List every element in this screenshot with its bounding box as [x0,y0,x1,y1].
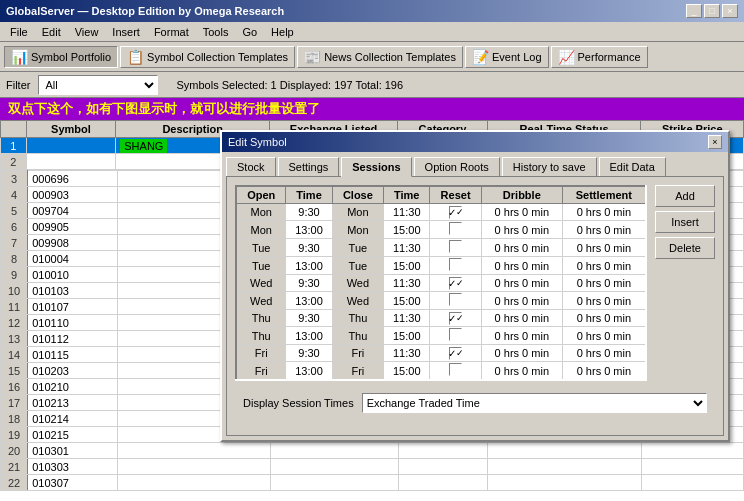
session-reset-check[interactable]: ✓ [430,204,482,221]
session-open-day: Fri [236,362,286,381]
toolbar-performance[interactable]: 📈 Performance [551,46,648,68]
cell-symbol: 010010 [28,267,117,283]
display-session-label: Display Session Times [243,397,354,409]
filter-select[interactable]: All [38,75,158,95]
close-button[interactable]: × [722,4,738,18]
add-button[interactable]: Add [655,185,715,207]
session-close-time[interactable]: 11:30 [384,239,430,257]
session-reset-check[interactable]: ✓ [430,345,482,362]
session-reset-check[interactable] [430,221,482,239]
reset-checkbox[interactable]: ✓ [449,206,462,219]
tab-settings[interactable]: Settings [278,157,340,177]
col-reset: Reset [430,186,482,204]
session-dribble: 0 hrs 0 min [481,345,562,362]
menu-view[interactable]: View [69,25,105,39]
row-num: 13 [1,331,28,347]
cell-desc [117,475,270,491]
row-num: 22 [1,475,28,491]
session-reset-check[interactable] [430,257,482,275]
reset-checkbox[interactable] [449,293,462,306]
session-open-day: Tue [236,239,286,257]
sessions-row[interactable]: Wed 13:00 Wed 15:00 0 hrs 0 min 0 hrs 0 … [236,292,646,310]
session-open-time[interactable]: 13:00 [286,362,332,381]
session-dribble: 0 hrs 0 min [481,327,562,345]
row-num: 8 [1,251,28,267]
session-close-time[interactable]: 15:00 [384,221,430,239]
table-row[interactable]: 21 010303 [1,459,744,475]
session-open-day: Thu [236,327,286,345]
reset-checkbox[interactable] [449,328,462,341]
sessions-row[interactable]: Wed 9:30 Wed 11:30 ✓ 0 hrs 0 min 0 hrs 0… [236,275,646,292]
table-row[interactable]: 20 010301 [1,443,744,459]
maximize-button[interactable]: □ [704,4,720,18]
tab-sessions[interactable]: Sessions [341,157,411,177]
row-num: 10 [1,283,28,299]
sessions-row[interactable]: Mon 9:30 Mon 11:30 ✓ 0 hrs 0 min 0 hrs 0… [236,204,646,221]
reset-checkbox[interactable] [449,258,462,271]
session-open-time[interactable]: 13:00 [286,257,332,275]
tab-stock[interactable]: Stock [226,157,276,177]
reset-checkbox[interactable] [449,363,462,376]
session-close-day: Tue [332,257,384,275]
session-open-time[interactable]: 9:30 [286,239,332,257]
session-open-time[interactable]: 9:30 [286,310,332,327]
sessions-row[interactable]: Thu 13:00 Thu 15:00 0 hrs 0 min 0 hrs 0 … [236,327,646,345]
session-reset-check[interactable] [430,362,482,381]
tab-option-roots[interactable]: Option Roots [414,157,500,177]
menu-tools[interactable]: Tools [197,25,235,39]
toolbar-event-log[interactable]: 📝 Event Log [465,46,549,68]
toolbar-news-collection[interactable]: 📰 News Collection Templates [297,46,463,68]
sessions-row[interactable]: Tue 9:30 Tue 11:30 0 hrs 0 min 0 hrs 0 m… [236,239,646,257]
session-close-time[interactable]: 15:00 [384,362,430,381]
dialog-close-button[interactable]: × [708,135,722,149]
reset-checkbox[interactable]: ✓ [449,312,462,325]
display-session-select[interactable]: Exchange Traded Time [362,393,707,413]
session-close-time[interactable]: 15:00 [384,292,430,310]
main-content: Symbol Description Exchange Listed Categ… [0,120,744,501]
session-open-time[interactable]: 13:00 [286,221,332,239]
event-log-icon: 📝 [472,49,489,65]
session-open-time[interactable]: 9:30 [286,345,332,362]
tab-edit-data[interactable]: Edit Data [599,157,666,177]
sessions-row[interactable]: Fri 9:30 Fri 11:30 ✓ 0 hrs 0 min 0 hrs 0… [236,345,646,362]
menu-go[interactable]: Go [236,25,263,39]
delete-button[interactable]: Delete [655,237,715,259]
sessions-row[interactable]: Thu 9:30 Thu 11:30 ✓ 0 hrs 0 min 0 hrs 0… [236,310,646,327]
menu-file[interactable]: File [4,25,34,39]
session-open-time[interactable]: 9:30 [286,204,332,221]
session-close-time[interactable]: 15:00 [384,327,430,345]
session-reset-check[interactable]: ✓ [430,275,482,292]
menu-format[interactable]: Format [148,25,195,39]
session-close-time[interactable]: 11:30 [384,345,430,362]
reset-checkbox[interactable] [449,222,462,235]
session-dribble: 0 hrs 0 min [481,275,562,292]
insert-button[interactable]: Insert [655,211,715,233]
toolbar-symbol-portfolio[interactable]: 📊 Symbol Portfolio [4,46,118,68]
sessions-row[interactable]: Mon 13:00 Mon 15:00 0 hrs 0 min 0 hrs 0 … [236,221,646,239]
session-open-time[interactable]: 9:30 [286,275,332,292]
minimize-button[interactable]: _ [686,4,702,18]
menu-edit[interactable]: Edit [36,25,67,39]
session-close-time[interactable]: 15:00 [384,257,430,275]
session-open-time[interactable]: 13:00 [286,327,332,345]
toolbar-symbol-collection[interactable]: 📋 Symbol Collection Templates [120,46,295,68]
sessions-row[interactable]: Tue 13:00 Tue 15:00 0 hrs 0 min 0 hrs 0 … [236,257,646,275]
reset-checkbox[interactable]: ✓ [449,277,462,290]
reset-checkbox[interactable] [449,240,462,253]
session-reset-check[interactable] [430,327,482,345]
session-close-time[interactable]: 11:30 [384,204,430,221]
sessions-row[interactable]: Fri 13:00 Fri 15:00 0 hrs 0 min 0 hrs 0 … [236,362,646,381]
session-close-time[interactable]: 11:30 [384,310,430,327]
filter-info: Symbols Selected: 1 Displayed: 197 Total… [176,79,403,91]
session-reset-check[interactable] [430,239,482,257]
tab-history-to-save[interactable]: History to save [502,157,597,177]
cell-symbol: 009704 [28,203,117,219]
table-row[interactable]: 22 010307 [1,475,744,491]
session-close-time[interactable]: 11:30 [384,275,430,292]
session-open-time[interactable]: 13:00 [286,292,332,310]
reset-checkbox[interactable]: ✓ [449,347,462,360]
menu-insert[interactable]: Insert [106,25,146,39]
menu-help[interactable]: Help [265,25,300,39]
session-reset-check[interactable]: ✓ [430,310,482,327]
session-reset-check[interactable] [430,292,482,310]
